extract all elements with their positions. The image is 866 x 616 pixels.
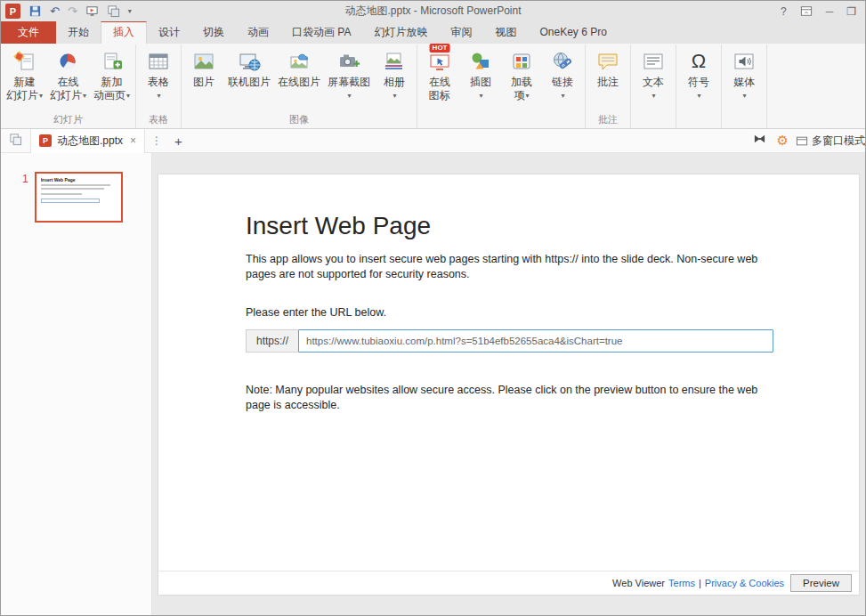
powerpoint-window: P ↶ ↷ ▾ 动态地图.pptx - Microsoft PowerPoint… (0, 0, 866, 616)
privacy-cookies-link[interactable]: Privacy & Cookies (705, 578, 784, 588)
footer-separator: | (699, 578, 701, 588)
tab-home[interactable]: 开始 (56, 21, 101, 44)
comment-icon (595, 49, 620, 74)
url-input-row: https:// (246, 329, 773, 353)
thumb-text-line (41, 188, 104, 190)
screenshot-button[interactable]: 屏幕截图 ▾ (324, 45, 374, 113)
media-button[interactable]: 媒体 ▾ (724, 45, 765, 113)
page-title: Insert Web Page (246, 212, 770, 240)
dropdown-arrow-icon: ▾ (562, 92, 565, 100)
new-tab-icon[interactable]: + (168, 134, 189, 149)
online-slides-button[interactable]: 在线 幻灯片▾ (46, 45, 90, 113)
settings-gear-icon[interactable]: ⚙ (770, 133, 796, 149)
web-viewer-addin: Insert Web Page This app allows you to i… (158, 174, 859, 413)
tab-animations[interactable]: 动画 (236, 21, 280, 44)
dropdown-arrow-icon: ▾ (83, 92, 86, 100)
camera-icon (336, 49, 361, 74)
undo-icon[interactable]: ↶ (50, 5, 60, 17)
illustrations-button[interactable]: 插图 ▾ (460, 45, 501, 113)
slide-editor-area: Insert Web Page This app allows you to i… (152, 153, 865, 615)
online-icons-button[interactable]: HOT 在线 图标 (419, 45, 460, 113)
text-button[interactable]: 文本 ▾ (633, 45, 674, 113)
group-label-slides: 幻灯片 (3, 113, 134, 128)
dropdown-arrow-icon: ▾ (652, 92, 656, 100)
picture-icon (191, 49, 216, 74)
thumbnail-heading: Insert Web Page (41, 177, 117, 182)
customize-qat-icon[interactable]: ▾ (128, 8, 132, 15)
ribbon-group-media: 媒体 ▾ (722, 45, 767, 128)
online-pictures-button[interactable]: 联机图片 (224, 45, 274, 113)
tab-overflow-icon[interactable]: ⋮ (145, 134, 168, 147)
ribbon-group-comments: 批注 批注 (586, 45, 631, 128)
title-bar: P ↶ ↷ ▾ 动态地图.pptx - Microsoft PowerPoint… (1, 1, 865, 21)
multi-window-label: 多窗口模式 (812, 134, 865, 149)
group-label-comments: 批注 (587, 113, 628, 128)
redo-icon[interactable]: ↷ (68, 5, 77, 17)
comment-button[interactable]: 批注 (587, 45, 628, 113)
help-icon[interactable]: ? (781, 5, 787, 18)
dropdown-arrow-icon: ▾ (393, 92, 397, 100)
url-prompt-text: Please enter the URL below. (246, 306, 770, 319)
dropdown-arrow-icon: ▾ (158, 92, 161, 100)
description-text: This app allows you to insert secure web… (246, 252, 770, 282)
thumb-text-line (41, 184, 110, 186)
tab-view[interactable]: 视图 (483, 21, 528, 44)
ribbon-display-options-icon[interactable] (800, 5, 813, 17)
shapes-icon (468, 49, 493, 74)
tab-onekey[interactable]: OneKey 6 Pro (528, 21, 618, 44)
cascade-windows-icon[interactable] (1, 133, 30, 150)
start-slideshow-icon[interactable] (85, 4, 99, 18)
close-tab-icon[interactable]: × (130, 134, 136, 147)
ppt-file-icon: P (39, 134, 52, 147)
photo-album-button[interactable]: 相册 ▾ (374, 45, 415, 113)
tab-transitions[interactable]: 切换 (191, 21, 236, 44)
new-slide-button[interactable]: 新建 幻灯片▾ (3, 45, 46, 113)
document-tab[interactable]: P 动态地图.pptx × (30, 129, 145, 153)
document-tab-label: 动态地图.pptx (57, 134, 123, 149)
table-icon (146, 49, 171, 74)
ribbon-tab-strip: 文件 开始 插入 设计 切换 动画 口袋动画 PA 幻灯片放映 审阅 视图 On… (1, 21, 865, 44)
links-button[interactable]: 链接 ▾ (542, 45, 583, 113)
multi-window-mode-button[interactable]: 多窗口模式 (796, 134, 865, 149)
maximize-icon[interactable]: ❐ (846, 5, 856, 18)
quick-access-toolbar: P ↶ ↷ ▾ (1, 4, 132, 19)
add-ins-button[interactable]: 加载 项▾ (501, 45, 542, 113)
add-ins-icon (509, 49, 534, 74)
animation-page-icon (100, 49, 125, 74)
table-button[interactable]: 表格 ▾ (138, 45, 179, 113)
ribbon-group-images: 图片 联机图片 在线图片 屏幕截图 ▾ (182, 45, 417, 128)
symbols-button[interactable]: Ω 符号 ▾ (678, 45, 719, 113)
tab-insert[interactable]: 插入 (101, 21, 147, 44)
cloud-picture-icon (287, 49, 312, 74)
terms-link[interactable]: Terms (668, 578, 695, 588)
tab-review[interactable]: 审阅 (439, 21, 483, 44)
minimize-icon[interactable]: ─ (826, 5, 834, 18)
online-slides-icon (56, 49, 81, 74)
slide-1-entry[interactable]: 1 Insert Web Page (1, 172, 151, 223)
text-box-icon (641, 49, 666, 74)
group-label-table: 表格 (138, 113, 179, 128)
new-animation-page-button[interactable]: 新加 动画页▾ (90, 45, 134, 113)
tab-design[interactable]: 设计 (147, 21, 191, 44)
slide-1-thumbnail[interactable]: Insert Web Page (35, 172, 123, 223)
dropdown-arrow-icon: ▾ (526, 92, 530, 100)
dropdown-arrow-icon: ▾ (126, 92, 130, 100)
dropdown-arrow-icon: ▾ (480, 92, 483, 100)
web-pictures-button[interactable]: 在线图片 (274, 45, 324, 113)
slide-canvas: Insert Web Page This app allows you to i… (158, 174, 859, 595)
hot-badge: HOT (430, 44, 450, 53)
document-tab-bar: P 动态地图.pptx × ⋮ + ⚙ 多窗口模式 (1, 129, 865, 153)
tab-pocket-animation[interactable]: 口袋动画 PA (280, 21, 362, 44)
save-icon[interactable] (28, 4, 42, 18)
url-input[interactable] (298, 329, 773, 353)
touch-mode-icon[interactable] (107, 4, 120, 18)
tab-slideshow[interactable]: 幻灯片放映 (362, 21, 439, 44)
tab-file[interactable]: 文件 (1, 21, 56, 44)
ribbon-group-apps: HOT 在线 图标 插图 ▾ 加载 项▾ 链接 (417, 45, 586, 128)
pictures-button[interactable]: 图片 (183, 45, 224, 113)
footer-brand: Web Viewer (612, 578, 665, 588)
skin-icon[interactable] (749, 133, 770, 149)
dropdown-arrow-icon: ▾ (348, 92, 352, 100)
window-controls: ? ─ ❐ (781, 5, 865, 18)
preview-button[interactable]: Preview (790, 574, 852, 592)
